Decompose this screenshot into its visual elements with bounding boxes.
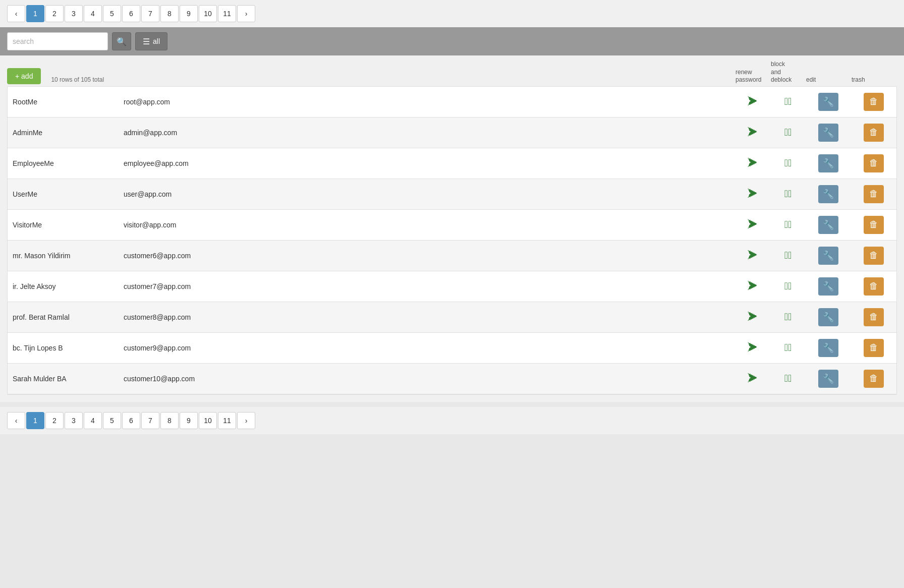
pagination-prev-bottom[interactable]: ‹ bbox=[7, 412, 25, 429]
edit-button[interactable]: 🔧 bbox=[818, 339, 838, 357]
cell-block: ✓⃝ bbox=[770, 332, 806, 363]
cell-edit: 🔧 bbox=[806, 209, 851, 240]
cell-email: customer10@app.com bbox=[119, 363, 735, 394]
pagination-page-11-bottom[interactable]: 11 bbox=[218, 412, 236, 429]
pagination-top: ‹ 1 2 3 4 5 6 7 8 9 10 11 › bbox=[0, 0, 904, 27]
cell-block: ✓⃝ bbox=[770, 117, 806, 148]
table-row: AdminMe admin@app.com ⮞ ✓⃝ 🔧 🗑 bbox=[8, 117, 896, 148]
renew-icon[interactable]: ⮞ bbox=[747, 372, 758, 385]
block-icon[interactable]: ✓⃝ bbox=[784, 157, 792, 168]
renew-icon[interactable]: ⮞ bbox=[747, 95, 758, 108]
wrench-icon: 🔧 bbox=[823, 127, 834, 138]
trash-button[interactable]: 🗑 bbox=[864, 370, 884, 388]
cell-block: ✓⃝ bbox=[770, 271, 806, 302]
renew-icon[interactable]: ⮞ bbox=[747, 249, 758, 262]
rows-info: 10 rows of 105 total bbox=[51, 76, 104, 84]
renew-icon[interactable]: ⮞ bbox=[747, 311, 758, 324]
cell-block: ✓⃝ bbox=[770, 302, 806, 332]
pagination-page-7-bottom[interactable]: 7 bbox=[141, 412, 159, 429]
pagination-page-11-top[interactable]: 11 bbox=[218, 5, 236, 22]
cell-edit: 🔧 bbox=[806, 87, 851, 117]
edit-button[interactable]: 🔧 bbox=[818, 308, 838, 326]
pagination-page-10-top[interactable]: 10 bbox=[199, 5, 217, 22]
pagination-page-2-bottom[interactable]: 2 bbox=[45, 412, 64, 429]
pagination-page-8-top[interactable]: 8 bbox=[160, 5, 179, 22]
renew-icon[interactable]: ⮞ bbox=[747, 218, 758, 231]
pagination-page-1-bottom[interactable]: 1 bbox=[26, 412, 44, 429]
cell-block: ✓⃝ bbox=[770, 363, 806, 394]
trash-button[interactable]: 🗑 bbox=[864, 247, 884, 265]
cell-name: VisitorMe bbox=[8, 209, 119, 240]
block-icon[interactable]: ✓⃝ bbox=[784, 373, 792, 384]
trash-icon: 🗑 bbox=[869, 373, 878, 384]
cell-trash: 🗑 bbox=[851, 302, 896, 332]
pagination-page-1-top[interactable]: 1 bbox=[26, 5, 44, 22]
pagination-page-5-top[interactable]: 5 bbox=[103, 5, 121, 22]
edit-button[interactable]: 🔧 bbox=[818, 154, 838, 172]
trash-button[interactable]: 🗑 bbox=[864, 277, 884, 296]
col-header-trash: trash bbox=[852, 76, 897, 84]
trash-button[interactable]: 🗑 bbox=[864, 93, 884, 111]
block-icon[interactable]: ✓⃝ bbox=[784, 342, 792, 353]
trash-icon: 🗑 bbox=[869, 189, 878, 199]
pagination-page-6-top[interactable]: 6 bbox=[122, 5, 140, 22]
cell-trash: 🗑 bbox=[851, 332, 896, 363]
renew-icon[interactable]: ⮞ bbox=[747, 157, 758, 170]
cell-edit: 🔧 bbox=[806, 179, 851, 209]
pagination-page-4-bottom[interactable]: 4 bbox=[84, 412, 102, 429]
add-button[interactable]: + add bbox=[7, 68, 41, 84]
cell-trash: 🗑 bbox=[851, 117, 896, 148]
pagination-next-top[interactable]: › bbox=[237, 5, 255, 22]
trash-button[interactable]: 🗑 bbox=[864, 308, 884, 326]
toolbar: 🔍 ☰ all bbox=[0, 27, 904, 55]
edit-button[interactable]: 🔧 bbox=[818, 247, 838, 265]
block-icon[interactable]: ✓⃝ bbox=[784, 311, 792, 322]
edit-button[interactable]: 🔧 bbox=[818, 370, 838, 388]
edit-button[interactable]: 🔧 bbox=[818, 93, 838, 111]
pagination-page-3-top[interactable]: 3 bbox=[65, 5, 83, 22]
cell-name: prof. Berat Ramlal bbox=[8, 302, 119, 332]
edit-button[interactable]: 🔧 bbox=[818, 277, 838, 296]
pagination-prev-top[interactable]: ‹ bbox=[7, 5, 25, 22]
block-icon[interactable]: ✓⃝ bbox=[784, 188, 792, 199]
block-icon[interactable]: ✓⃝ bbox=[784, 219, 792, 230]
block-icon[interactable]: ✓⃝ bbox=[784, 96, 792, 107]
search-button[interactable]: 🔍 bbox=[112, 32, 131, 50]
trash-button[interactable]: 🗑 bbox=[864, 339, 884, 357]
block-icon[interactable]: ✓⃝ bbox=[784, 280, 792, 291]
pagination-page-10-bottom[interactable]: 10 bbox=[199, 412, 217, 429]
renew-icon[interactable]: ⮞ bbox=[747, 126, 758, 139]
pagination-page-9-top[interactable]: 9 bbox=[180, 5, 198, 22]
trash-button[interactable]: 🗑 bbox=[864, 216, 884, 234]
trash-button[interactable]: 🗑 bbox=[864, 185, 884, 203]
pagination-page-2-top[interactable]: 2 bbox=[45, 5, 64, 22]
cell-name: AdminMe bbox=[8, 117, 119, 148]
edit-button[interactable]: 🔧 bbox=[818, 124, 838, 142]
pagination-page-8-bottom[interactable]: 8 bbox=[160, 412, 179, 429]
renew-icon[interactable]: ⮞ bbox=[747, 341, 758, 355]
pagination-page-7-top[interactable]: 7 bbox=[141, 5, 159, 22]
renew-icon[interactable]: ⮞ bbox=[747, 280, 758, 293]
pagination-page-6-bottom[interactable]: 6 bbox=[122, 412, 140, 429]
pagination-page-3-bottom[interactable]: 3 bbox=[65, 412, 83, 429]
cell-name: Sarah Mulder BA bbox=[8, 363, 119, 394]
pagination-page-4-top[interactable]: 4 bbox=[84, 5, 102, 22]
table-row: prof. Berat Ramlal customer8@app.com ⮞ ✓… bbox=[8, 302, 896, 332]
trash-button[interactable]: 🗑 bbox=[864, 124, 884, 142]
trash-button[interactable]: 🗑 bbox=[864, 154, 884, 172]
edit-button[interactable]: 🔧 bbox=[818, 216, 838, 234]
table-row: RootMe root@app.com ⮞ ✓⃝ 🔧 🗑 bbox=[8, 87, 896, 117]
renew-icon[interactable]: ⮞ bbox=[747, 188, 758, 201]
pagination-page-9-bottom[interactable]: 9 bbox=[180, 412, 198, 429]
search-input[interactable] bbox=[7, 32, 108, 50]
pagination-next-bottom[interactable]: › bbox=[237, 412, 255, 429]
trash-icon: 🗑 bbox=[869, 158, 878, 168]
block-icon[interactable]: ✓⃝ bbox=[784, 250, 792, 261]
cell-edit: 🔧 bbox=[806, 117, 851, 148]
pagination-page-5-bottom[interactable]: 5 bbox=[103, 412, 121, 429]
filter-button[interactable]: ☰ all bbox=[135, 32, 167, 50]
cell-block: ✓⃝ bbox=[770, 209, 806, 240]
edit-button[interactable]: 🔧 bbox=[818, 185, 838, 203]
cell-edit: 🔧 bbox=[806, 148, 851, 179]
block-icon[interactable]: ✓⃝ bbox=[784, 127, 792, 138]
